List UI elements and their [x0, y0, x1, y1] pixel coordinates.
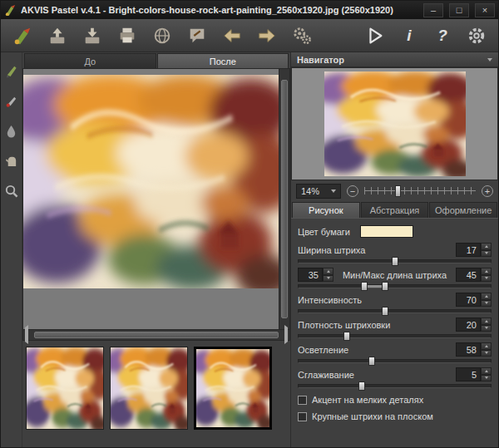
save-image-button[interactable] — [81, 24, 104, 47]
navigator-header[interactable]: Навигатор — [291, 52, 498, 67]
lightening-slider[interactable] — [298, 359, 492, 363]
checkbox-label: Крупные штрихи на плоском — [312, 411, 433, 421]
paper-color-swatch[interactable] — [360, 225, 413, 238]
slider-handle[interactable] — [368, 357, 375, 366]
increment-button[interactable] — [481, 318, 492, 325]
intensity-value[interactable]: 70 — [456, 293, 481, 307]
max-length-spinbox[interactable]: 45 — [456, 268, 492, 282]
undo-button[interactable] — [220, 24, 244, 47]
slider-handle[interactable] — [382, 307, 388, 316]
zoom-in-button[interactable]: + — [482, 185, 493, 197]
zoom-slider-handle[interactable] — [395, 185, 401, 197]
decrement-button[interactable] — [481, 250, 492, 258]
checkbox-large-strokes-flat[interactable]: Крупные штрихи на плоском — [298, 409, 492, 424]
hatching-density-slider[interactable] — [298, 334, 492, 338]
min-length-value[interactable]: 35 — [298, 268, 323, 282]
smoothing-value[interactable]: 5 — [456, 367, 481, 382]
intensity-spinbox[interactable]: 70 — [456, 293, 492, 307]
min-slider-handle[interactable] — [361, 282, 368, 291]
preferences-button[interactable] — [465, 24, 488, 47]
redo-button[interactable] — [255, 24, 279, 47]
smudge-tool-button[interactable] — [4, 124, 18, 141]
checkbox-box[interactable] — [298, 412, 307, 421]
hatching-density-value[interactable]: 20 — [456, 318, 481, 332]
vertical-scrollbar[interactable] — [279, 68, 290, 330]
decrement-button[interactable] — [481, 375, 492, 382]
increment-button[interactable] — [481, 367, 492, 375]
intensity-slider[interactable] — [298, 309, 492, 313]
hand-tool-button[interactable] — [4, 154, 18, 171]
slider-handle[interactable] — [343, 332, 350, 341]
tab-after[interactable]: После — [157, 53, 289, 68]
collapse-chevron-icon[interactable] — [487, 58, 492, 62]
lightening-value[interactable]: 58 — [456, 342, 481, 357]
param-minmax-stroke-length: 35 Мин/Макс длина штриха 45 — [298, 268, 492, 288]
decrement-button[interactable] — [481, 300, 492, 308]
close-button[interactable]: × — [475, 3, 495, 17]
decrement-button[interactable] — [323, 275, 333, 283]
decrement-button[interactable] — [481, 275, 492, 283]
print-button[interactable] — [116, 24, 139, 47]
run-button[interactable] — [363, 24, 387, 47]
hatching-density-spinbox[interactable]: 20 — [456, 318, 492, 332]
maximize-button[interactable]: □ — [449, 3, 469, 17]
stroke-width-value[interactable]: 17 — [456, 243, 481, 257]
slider-handle[interactable] — [358, 382, 365, 391]
spin-down-icon — [485, 352, 488, 354]
checkbox-accent-small-details[interactable]: Акцент на мелких деталях — [298, 392, 492, 407]
increment-button[interactable] — [323, 268, 333, 275]
eraser-tool-button[interactable] — [4, 94, 18, 111]
spin-up-icon — [485, 320, 488, 322]
param-lightening: Осветление 58 — [298, 342, 492, 363]
increment-button[interactable] — [481, 243, 492, 250]
zoom-out-button[interactable]: − — [347, 185, 358, 197]
tab-drawing[interactable]: Рисунок — [292, 202, 360, 218]
preset-thumbnail-2[interactable] — [110, 347, 188, 430]
zoom-slider[interactable] — [364, 185, 476, 197]
minmax-slider[interactable] — [298, 284, 492, 288]
max-slider-handle[interactable] — [382, 282, 388, 291]
vertical-scroll-thumb[interactable] — [281, 80, 288, 318]
tab-abstraction[interactable]: Абстракция — [361, 202, 429, 218]
smoothing-spinbox[interactable]: 5 — [456, 367, 492, 382]
arrow-right-icon — [284, 325, 288, 344]
zoom-tool-button[interactable] — [4, 184, 18, 201]
open-image-button[interactable] — [46, 24, 69, 47]
increment-button[interactable] — [481, 342, 492, 350]
tab-before[interactable]: До — [24, 53, 156, 68]
decrement-button[interactable] — [481, 350, 492, 357]
tab-decoration[interactable]: Оформление — [429, 202, 497, 218]
brush-tool-icon — [4, 64, 18, 78]
preset-thumbnail-1[interactable] — [26, 347, 104, 430]
minimize-button[interactable]: – — [423, 3, 443, 17]
max-length-value[interactable]: 45 — [456, 268, 481, 282]
preset-image-2 — [111, 347, 187, 429]
decrement-button[interactable] — [481, 325, 492, 332]
eraser-tool-icon — [4, 94, 18, 108]
image-canvas[interactable] — [22, 68, 279, 330]
info-button[interactable]: i — [398, 25, 420, 47]
navigator-canvas[interactable] — [291, 67, 498, 180]
stroke-width-spinbox[interactable]: 17 — [456, 243, 492, 257]
help-button[interactable]: ? — [432, 25, 453, 47]
scroll-left-button[interactable] — [25, 327, 28, 342]
horizontal-scroll-thumb[interactable] — [34, 332, 279, 338]
scroll-right-button[interactable] — [284, 327, 288, 342]
post-to-web-button[interactable] — [151, 24, 174, 47]
open-image-icon — [47, 26, 67, 46]
horizontal-scrollbar[interactable] — [22, 330, 290, 341]
zoom-select[interactable]: 14% — [296, 184, 341, 199]
brush-tool-button[interactable] — [4, 64, 18, 81]
batch-processing-button[interactable] — [290, 24, 314, 47]
increment-button[interactable] — [481, 293, 492, 300]
slider-handle[interactable] — [392, 257, 398, 266]
min-length-spinbox[interactable]: 35 — [298, 268, 333, 282]
increment-button[interactable] — [481, 268, 492, 275]
stroke-width-slider[interactable] — [298, 259, 492, 263]
preset-thumbnail-3-selected[interactable] — [194, 347, 272, 430]
lightening-spinbox[interactable]: 58 — [456, 342, 492, 357]
smoothing-slider[interactable] — [298, 384, 492, 388]
brush-logo-button[interactable] — [11, 24, 34, 47]
share-artwork-button[interactable] — [185, 24, 209, 47]
checkbox-box[interactable] — [298, 396, 307, 405]
